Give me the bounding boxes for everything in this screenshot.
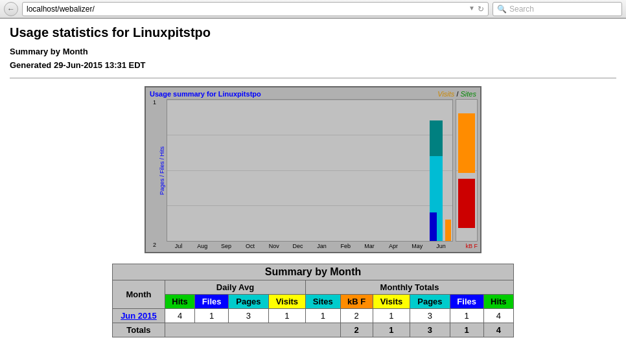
bar-apr bbox=[381, 100, 405, 241]
table-row: Jun 2015 4 1 3 1 1 2 1 3 1 4 bbox=[113, 308, 514, 323]
row-kbf: 2 bbox=[340, 308, 373, 323]
row-daily-pages: 3 bbox=[229, 308, 269, 323]
row-month: Jun 2015 bbox=[113, 308, 165, 323]
dropdown-icon[interactable]: ▼ bbox=[469, 5, 475, 14]
totals-empty bbox=[165, 323, 340, 337]
row-daily-visits: 1 bbox=[268, 308, 305, 323]
totals-label: Totals bbox=[113, 323, 165, 337]
chart-box: Usage summary for Linuxpitstpo Visits / … bbox=[145, 86, 481, 253]
kb-bar-orange bbox=[458, 113, 475, 173]
bar-jul bbox=[167, 100, 191, 241]
page-content: Usage statistics for Linuxpitstpo Summar… bbox=[0, 19, 626, 364]
col-header-visits: Visits bbox=[268, 294, 305, 308]
bar-feb bbox=[334, 100, 358, 241]
row-sites: 1 bbox=[306, 308, 341, 323]
chart-header: Usage summary for Linuxpitstpo Visits / … bbox=[148, 90, 478, 98]
col-month: Month bbox=[113, 280, 165, 308]
row-visits: 1 bbox=[373, 308, 410, 323]
col-header-pages: Pages bbox=[229, 294, 269, 308]
chart-title: Usage summary for Linuxpitstpo bbox=[150, 90, 261, 98]
col-header-pages2: Pages bbox=[410, 294, 450, 308]
x-label-apr: Apr bbox=[381, 243, 405, 249]
totals-files: 1 bbox=[450, 323, 483, 337]
x-label-aug: Aug bbox=[191, 243, 214, 249]
x-label-nov: Nov bbox=[262, 243, 286, 249]
totals-pages: 3 bbox=[410, 323, 450, 337]
col-header-kbf: kB F bbox=[340, 294, 373, 308]
x-label-dec: Dec bbox=[286, 243, 310, 249]
kb-bar-red bbox=[458, 179, 475, 228]
table-title-row: Summary by Month bbox=[113, 264, 514, 280]
bar-may bbox=[405, 100, 429, 241]
bar-jun bbox=[428, 100, 452, 241]
col-header-files2: Files bbox=[450, 294, 483, 308]
table-title: Summary by Month bbox=[113, 264, 514, 280]
x-label-feb: Feb bbox=[334, 243, 358, 249]
chart-legend: Visits / Sites bbox=[437, 90, 476, 98]
row-daily-files: 1 bbox=[195, 308, 229, 323]
x-label-jul: Jul bbox=[167, 243, 191, 249]
bar-sep bbox=[214, 100, 238, 241]
row-hits: 4 bbox=[483, 308, 513, 323]
col-header-visits2: Visits bbox=[373, 294, 410, 308]
totals-row: Totals 2 1 3 1 4 bbox=[113, 323, 514, 337]
row-pages: 3 bbox=[410, 308, 450, 323]
col-header-sites: Sites bbox=[306, 294, 341, 308]
browser-toolbar: ← localhost/webalizer/ ▼ ↻ 🔍 Search bbox=[0, 0, 626, 18]
address-bar[interactable]: localhost/webalizer/ ▼ ↻ bbox=[22, 2, 489, 16]
row-files: 1 bbox=[450, 308, 483, 323]
bar-jan bbox=[310, 100, 334, 241]
table-group-header: Month Daily Avg Monthly Totals bbox=[113, 280, 514, 294]
chart-container: Usage summary for Linuxpitstpo Visits / … bbox=[10, 86, 616, 253]
group-monthly-totals: Monthly Totals bbox=[306, 280, 514, 294]
bar-aug bbox=[191, 100, 215, 241]
month-link[interactable]: Jun 2015 bbox=[121, 311, 157, 321]
divider bbox=[10, 78, 616, 78]
summary-label: Summary by Month bbox=[10, 45, 616, 59]
col-header-files: Files bbox=[195, 294, 229, 308]
bar-dec bbox=[286, 100, 310, 241]
bar-mar bbox=[357, 100, 381, 241]
x-label-oct: Oct bbox=[238, 243, 262, 249]
search-bar[interactable]: 🔍 Search bbox=[493, 2, 622, 16]
legend-sites: Sites bbox=[461, 90, 476, 98]
group-daily-avg: Daily Avg bbox=[165, 280, 305, 294]
summary-table: Summary by Month Month Daily Avg Monthly… bbox=[112, 264, 514, 337]
address-text: localhost/webalizer/ bbox=[27, 5, 95, 14]
totals-kbf: 2 bbox=[340, 323, 373, 337]
x-label-jun: Jun bbox=[429, 243, 453, 249]
table-col-headers: Hits Files Pages Visits Sites kB F Visit… bbox=[113, 294, 514, 308]
back-button[interactable]: ← bbox=[4, 2, 18, 16]
x-label-jan: Jan bbox=[310, 243, 334, 249]
legend-visits: Visits bbox=[437, 90, 454, 98]
browser-chrome: ← localhost/webalizer/ ▼ ↻ 🔍 Search bbox=[0, 0, 626, 19]
refresh-icon[interactable]: ↻ bbox=[478, 5, 484, 14]
totals-hits: 4 bbox=[483, 323, 513, 337]
search-icon: 🔍 bbox=[497, 5, 507, 14]
page-title: Usage statistics for Linuxpitstpo bbox=[10, 25, 616, 40]
y-tick-bottom: 2 bbox=[153, 242, 156, 248]
summary-container: Summary by Month Month Daily Avg Monthly… bbox=[10, 264, 616, 337]
totals-visits: 1 bbox=[373, 323, 410, 337]
search-placeholder: Search bbox=[509, 5, 534, 14]
bar-nov bbox=[262, 100, 286, 241]
row-daily-hits: 4 bbox=[165, 308, 194, 323]
x-label-mar: Mar bbox=[358, 243, 382, 249]
col-header-hits: Hits bbox=[165, 294, 194, 308]
col-header-hits2: Hits bbox=[483, 294, 513, 308]
bar-oct bbox=[238, 100, 262, 241]
x-label-sep: Sep bbox=[214, 243, 238, 249]
y-tick-top: 1 bbox=[148, 99, 156, 106]
generated-text: Generated 29-Jun-2015 13:31 EDT bbox=[10, 59, 616, 73]
x-label-may: May bbox=[405, 243, 429, 249]
y-axis-label: Pages / Files / Hits bbox=[159, 146, 165, 194]
kb-label: kB F bbox=[465, 243, 478, 249]
